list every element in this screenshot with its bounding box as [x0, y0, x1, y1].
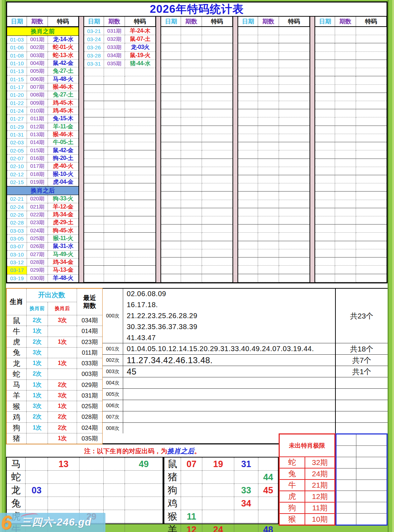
column-header: 期数: [258, 17, 279, 26]
limit-zodiac-cell: 狗: [280, 503, 305, 513]
empty-grid-row: [336, 434, 387, 446]
empty-cell: [356, 126, 387, 134]
table-row: 01-27011期兔-15-木: [7, 115, 78, 123]
empty-cell: [161, 142, 181, 150]
empty-cell: [335, 76, 356, 84]
empty-row: [315, 192, 387, 200]
empty-cell: [258, 134, 279, 142]
empty-row: [161, 167, 232, 175]
empty-row: [315, 142, 387, 150]
empty-cell: [161, 216, 181, 225]
empty-cell: [48, 484, 80, 497]
empty-row: [315, 117, 387, 126]
empty-cell: [104, 183, 125, 192]
empty-cell: [335, 35, 356, 43]
limit-zodiac-cell: 兔: [280, 469, 305, 479]
empty-row: [315, 249, 387, 257]
watermark: 6 三四六-246.gd: [0, 513, 105, 532]
empty-cell: [161, 101, 181, 109]
empty-cell: [104, 208, 125, 216]
empty-cell: [104, 159, 125, 167]
column-header: 日期: [7, 17, 27, 26]
table-row: 02-24021期羊-12-金: [7, 203, 78, 211]
code-cell: 猪-44-水: [125, 60, 155, 68]
empty-row: [315, 126, 387, 134]
table-row: 02-05015期鼠-42-金: [7, 147, 78, 155]
column-header: 期数: [335, 17, 356, 26]
frequency-label: 008次: [103, 423, 123, 434]
empty-cell: [336, 502, 356, 513]
code-number-cell: 34: [234, 497, 258, 510]
empty-cell: [125, 159, 155, 167]
frequency-row: 005次: [103, 389, 335, 400]
empty-cell: [356, 249, 387, 257]
before-count-cell: [27, 433, 48, 444]
zodiac-header: 生肖: [7, 289, 27, 315]
empty-cell: [104, 241, 125, 249]
frequency-row: 002次11.27.34.42.46.13.48.: [103, 355, 335, 366]
date-table-group: 日期期数特码换肖之前01-03001期龙-14-水01-06002期蛇-01-火…: [7, 17, 78, 282]
empty-grid-row: [336, 502, 387, 514]
empty-cell: [161, 35, 181, 43]
empty-cell: [104, 225, 125, 233]
code-cell: 羊-48-火: [48, 275, 78, 282]
period-cell: 007期: [27, 83, 48, 91]
empty-cell: [238, 167, 258, 175]
frequency-row: 000次02.06.08.0916.17.18.21.22.23.25.26.2…: [103, 289, 335, 343]
period-cell: 026期: [27, 243, 48, 250]
empty-cell: [279, 101, 310, 109]
empty-cell: [181, 126, 202, 134]
column-header: 特码: [356, 17, 387, 26]
date-cell: 02-05: [7, 147, 27, 155]
empty-cell: [238, 150, 258, 159]
empty-cell: [181, 27, 202, 35]
empty-cell: [258, 159, 279, 167]
after-count-cell: 3次: [48, 390, 77, 401]
empty-cell: [279, 52, 310, 60]
zodiac-cell: 马: [7, 380, 27, 390]
empty-cell: [125, 208, 155, 216]
date-cell: 01-06: [7, 44, 27, 51]
lottery-stats-sheet: { "title": "2026年特码统计表", "colors": {"red…: [0, 0, 394, 532]
empty-row: [238, 183, 310, 192]
frequency-numbers: [123, 400, 335, 411]
empty-row: [161, 200, 232, 208]
date-cell: 03-19: [7, 275, 27, 282]
number-line: 30.32.35.36.37.38.39: [127, 321, 335, 332]
empty-row: [84, 117, 155, 126]
empty-cell: [315, 159, 335, 167]
empty-cell: [238, 274, 258, 282]
empty-cell: [279, 76, 310, 84]
empty-cell: [202, 471, 234, 483]
empty-cell: [336, 480, 356, 491]
empty-cell: [258, 225, 279, 233]
note-text: 注：以下生肖的对应出码，为: [84, 447, 167, 455]
period-cell: 031期: [104, 27, 125, 35]
code-number-cell: 48: [258, 523, 278, 532]
after-count-cell: 1次: [48, 401, 77, 411]
empty-row: [161, 192, 232, 200]
frequency-total: [336, 411, 388, 423]
after-count-cell: 1次: [48, 337, 77, 347]
frame-right: [388, 0, 394, 532]
date-cell: 01-03: [7, 36, 27, 44]
empty-cell: [161, 233, 181, 241]
empty-cell: [104, 266, 125, 274]
period-cell: 023期: [27, 219, 48, 227]
statistics-section: 生肖 开出次数 换肖前 换肖后 最近期数 鼠2次3次034期牛1次014期虎2次…: [6, 288, 388, 444]
empty-row: [84, 200, 155, 208]
stats-row: 龙1次1次033期: [7, 358, 102, 369]
empty-cell: [181, 93, 202, 101]
empty-cell: [202, 126, 232, 134]
frequency-numbers: 02.06.08.0916.17.18.21.22.23.25.26.28.29…: [123, 289, 335, 343]
code-cell: 鼠-42-金: [48, 60, 78, 67]
period-cell: 017期: [27, 162, 48, 170]
empty-cell: [104, 257, 125, 266]
zodiac-code-row: 龙03: [7, 484, 163, 497]
limit-row: 蛇32期: [280, 457, 334, 469]
empty-cell: [104, 76, 125, 84]
recent-period-cell: 023期: [77, 337, 102, 347]
empty-cell: [335, 249, 356, 257]
empty-cell: [161, 257, 181, 266]
zodiac-cell: 羊: [7, 390, 27, 401]
